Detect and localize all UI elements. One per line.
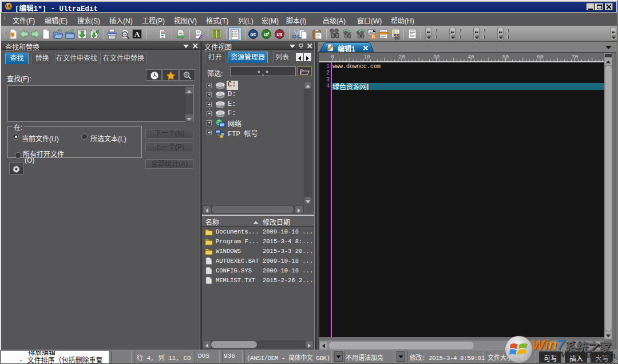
svg-text:us: us (277, 31, 283, 37)
svg-text:uc: uc (251, 31, 256, 37)
svg-text:A: A (134, 30, 140, 38)
svg-text:uf: uf (264, 31, 269, 37)
svg-text:B: B (372, 34, 375, 39)
